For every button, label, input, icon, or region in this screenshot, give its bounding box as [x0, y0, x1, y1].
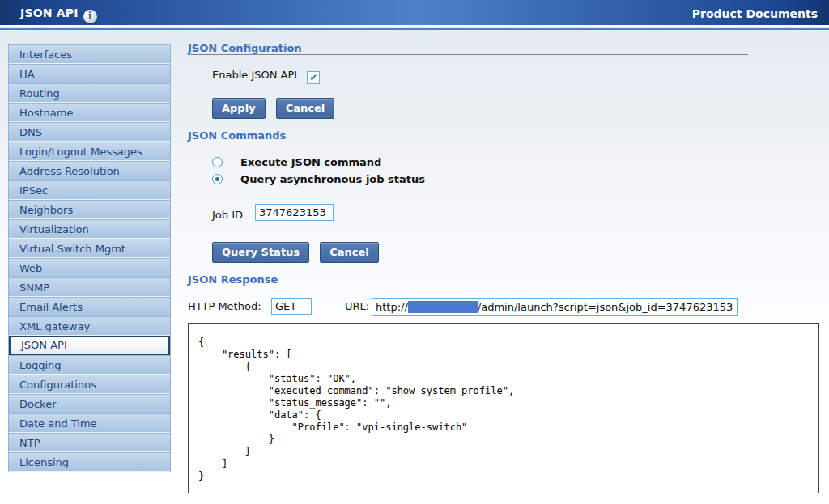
json-configuration-title: JSON Configuration: [188, 42, 302, 54]
sidebar-item-ntp[interactable]: NTP: [9, 433, 170, 452]
radio-execute-circle-icon[interactable]: [212, 157, 223, 167]
sidebar-item-neighbors[interactable]: Neighbors: [9, 200, 170, 219]
sidebar-item-json-api[interactable]: JSON API: [9, 336, 170, 355]
json-commands-rule: [188, 142, 748, 142]
sidebar-item-licensing[interactable]: Licensing: [9, 452, 170, 472]
sidebar-item-configurations[interactable]: Configurations: [9, 375, 170, 394]
job-id-label: Job ID: [212, 209, 243, 221]
url-suffix-text: /admin/launch?script=json&job_id=3747623…: [478, 301, 733, 313]
apply-button[interactable]: Apply: [212, 98, 266, 119]
url-label: URL:: [345, 300, 369, 312]
page-title: JSON APIi: [20, 6, 97, 23]
url-redaction-block: [408, 301, 478, 313]
query-status-button[interactable]: Query Status: [212, 242, 309, 263]
sidebar-item-interfaces[interactable]: Interfaces: [9, 44, 170, 64]
sidebar-item-date-and-time[interactable]: Date and Time: [9, 413, 170, 433]
job-id-input[interactable]: [255, 204, 334, 221]
sidebar-item-docker[interactable]: Docker: [9, 394, 170, 413]
http-method-label: HTTP Method:: [188, 300, 261, 312]
page-title-text: JSON API: [20, 6, 79, 19]
json-response-title: JSON Response: [188, 273, 278, 286]
http-method-input[interactable]: [271, 298, 312, 315]
radio-execute-json-command[interactable]: Execute JSON command: [212, 154, 381, 168]
sidebar-item-routing[interactable]: Routing: [9, 83, 170, 103]
sidebar-item-snmp[interactable]: SNMP: [9, 277, 170, 297]
url-input[interactable]: http:///admin/launch?script=json&job_id=…: [372, 298, 738, 316]
sidebar-item-ha[interactable]: HA: [9, 64, 170, 83]
sidebar-item-email-alerts[interactable]: Email Alerts: [9, 297, 170, 316]
sidebar-item-address-resolution[interactable]: Address Resolution: [9, 161, 170, 180]
url-prefix-text: http://: [376, 301, 408, 313]
sidebar-item-hostname[interactable]: Hostname: [9, 103, 170, 122]
enable-json-api-checkbox[interactable]: ✔: [307, 71, 320, 84]
json-response-output: { "results": [ { "status": "OK", "execut…: [188, 323, 819, 493]
radio-execute-label: Execute JSON command: [240, 156, 381, 168]
json-commands-title: JSON Commands: [188, 129, 286, 142]
radio-query-job-status[interactable]: Query asynchronous job status: [212, 171, 425, 185]
header: JSON APIi Product Documents: [0, 0, 829, 27]
json-configuration-rule: [188, 54, 748, 55]
sidebar-item-ipsec[interactable]: IPSec: [9, 180, 170, 200]
page: JSON APIi Product Documents Interfaces H…: [0, 0, 829, 504]
sidebar-item-dns[interactable]: DNS: [9, 122, 170, 142]
sidebar-item-logging[interactable]: Logging: [9, 355, 170, 375]
header-accent-stripe: [0, 28, 829, 30]
sidebar-item-login-logout-messages[interactable]: Login/Logout Messages: [9, 142, 170, 161]
enable-json-api-label: Enable JSON API: [212, 69, 297, 81]
cancel-button[interactable]: Cancel: [276, 98, 335, 119]
query-cancel-button[interactable]: Cancel: [320, 242, 379, 263]
sidebar-nav: Interfaces HA Routing Hostname DNS Login…: [8, 44, 171, 472]
sidebar-item-web[interactable]: Web: [9, 258, 170, 277]
product-documents-link[interactable]: Product Documents: [692, 7, 818, 20]
radio-query-label: Query asynchronous job status: [240, 173, 425, 185]
info-icon[interactable]: i: [83, 10, 97, 23]
sidebar-item-xml-gateway[interactable]: XML gateway: [9, 316, 170, 336]
sidebar-item-virtual-switch-mgmt[interactable]: Virtual Switch Mgmt: [9, 239, 170, 258]
radio-query-circle-icon[interactable]: [212, 174, 223, 184]
sidebar-item-virtualization[interactable]: Virtualization: [9, 219, 170, 239]
json-response-rule: [188, 286, 748, 286]
